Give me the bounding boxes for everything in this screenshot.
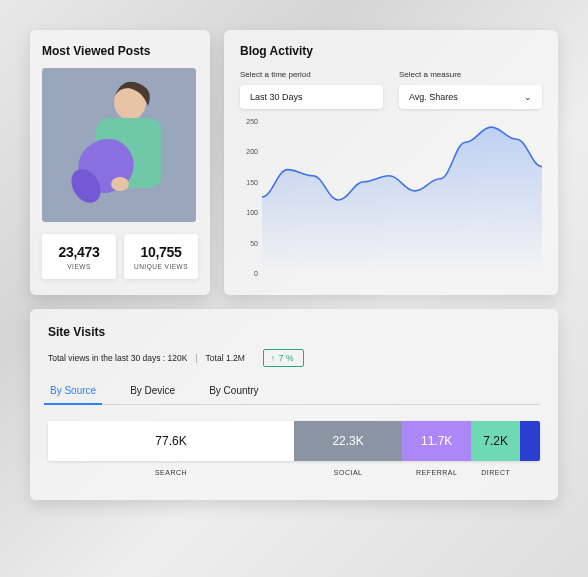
post-thumbnail[interactable] bbox=[42, 68, 196, 222]
y-tick-label: 50 bbox=[250, 239, 258, 246]
unique-views-label: UNIQUE VIEWS bbox=[130, 263, 192, 270]
source-bar: 77.6K22.3K11.7K7.2K bbox=[48, 421, 540, 461]
tab-by-source[interactable]: By Source bbox=[48, 379, 98, 404]
views-label: VIEWS bbox=[48, 263, 110, 270]
y-tick-label: 0 bbox=[254, 270, 258, 277]
tab-by-country[interactable]: By Country bbox=[207, 379, 260, 404]
bar-segment-label: REFERRAL bbox=[402, 469, 471, 476]
measure-select[interactable]: Avg. Shares ⌄ bbox=[399, 85, 542, 109]
views-stat: 23,473 VIEWS bbox=[42, 234, 116, 279]
tabs: By Source By Device By Country bbox=[48, 379, 540, 405]
chevron-down-icon: ⌄ bbox=[524, 92, 532, 102]
unique-views-stat: 10,755 UNIQUE VIEWS bbox=[124, 234, 198, 279]
site-visits-title: Site Visits bbox=[48, 325, 540, 339]
y-tick-label: 150 bbox=[246, 178, 258, 185]
bar-segment[interactable]: 77.6K bbox=[48, 421, 294, 461]
svg-point-5 bbox=[111, 177, 129, 191]
y-tick-label: 200 bbox=[246, 148, 258, 155]
most-viewed-card: Most Viewed Posts 23,473 VIEWS 10,755 bbox=[30, 30, 210, 295]
period-select-value: Last 30 Days bbox=[250, 92, 303, 102]
bar-segment-label: DIRECT bbox=[471, 469, 520, 476]
period-select[interactable]: Last 30 Days bbox=[240, 85, 383, 109]
views-value: 23,473 bbox=[48, 244, 110, 260]
activity-chart: 050100150200250 bbox=[240, 117, 542, 277]
blog-activity-title: Blog Activity bbox=[240, 44, 542, 58]
measure-select-label: Select a measure bbox=[399, 70, 542, 79]
most-viewed-title: Most Viewed Posts bbox=[42, 44, 198, 58]
bar-segment[interactable] bbox=[520, 421, 540, 461]
period-select-label: Select a time period bbox=[240, 70, 383, 79]
change-badge: ↑ 7 % bbox=[263, 349, 304, 367]
arrow-up-icon: ↑ bbox=[271, 354, 275, 363]
site-visits-card: Site Visits Total views in the last 30 d… bbox=[30, 309, 558, 500]
tab-by-device[interactable]: By Device bbox=[128, 379, 177, 404]
source-bar-labels: SEARCHSOCIALREFERRALDIRECT bbox=[48, 469, 540, 476]
change-value: 7 % bbox=[279, 353, 294, 363]
y-tick-label: 100 bbox=[246, 209, 258, 216]
bar-segment-label: SEARCH bbox=[48, 469, 294, 476]
bar-segment[interactable]: 7.2K bbox=[471, 421, 520, 461]
measure-select-value: Avg. Shares bbox=[409, 92, 458, 102]
total-text: Total 1.2M bbox=[206, 353, 245, 363]
bar-segment[interactable]: 11.7K bbox=[402, 421, 471, 461]
bar-segment-label bbox=[520, 469, 540, 476]
bar-segment[interactable]: 22.3K bbox=[294, 421, 402, 461]
divider: | bbox=[195, 353, 197, 363]
y-tick-label: 250 bbox=[246, 118, 258, 125]
unique-views-value: 10,755 bbox=[130, 244, 192, 260]
blog-activity-card: Blog Activity Select a time period Last … bbox=[224, 30, 558, 295]
man-yoga-mat-image bbox=[42, 68, 196, 222]
last-30-text: Total views in the last 30 days : 120K bbox=[48, 353, 187, 363]
bar-segment-label: SOCIAL bbox=[294, 469, 402, 476]
